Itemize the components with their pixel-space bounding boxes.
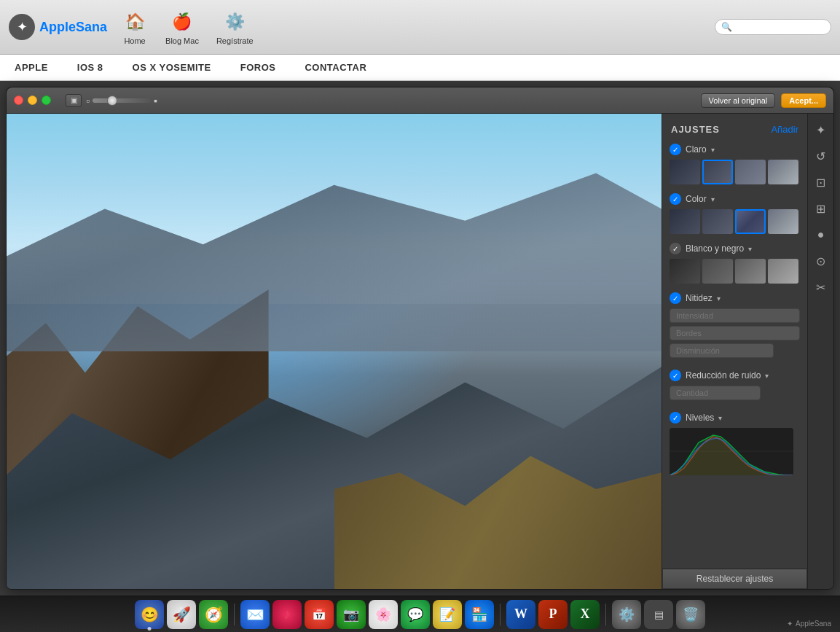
bnw-thumbnails [670,259,800,284]
dock-photos[interactable]: 🌸 [369,600,398,629]
add-adjustment-button[interactable]: Añadir [771,124,798,135]
claro-name[interactable]: Claro [686,144,707,155]
thumb-color-1[interactable] [670,209,700,234]
erase-button[interactable]: ✂ [811,277,831,297]
thumb-bnw-4[interactable] [768,259,798,284]
nav-foros[interactable]: FOROS [240,62,276,73]
top-nav-icons: 🏠 Home 🍎 Blog Mac ⚙️ Regístrate [122,9,254,45]
niveles-section: ✓ Niveles ▾ [662,409,807,484]
dock-launchpad[interactable]: 🚀 [167,600,196,629]
nitidez-check[interactable]: ✓ [670,292,681,304]
histogram [670,428,793,475]
nav-blog[interactable]: 🍎 Blog Mac [165,9,199,45]
volver-button[interactable]: Volver al original [701,93,776,108]
dock-appstore[interactable]: 🏪 [465,600,494,629]
adjustments-scroll[interactable]: AJUSTES Añadir ✓ Claro ▾ [662,114,807,569]
nitidez-name[interactable]: Nitidez [686,293,713,303]
aceptar-button[interactable]: Acept... [781,93,826,108]
nav-home[interactable]: 🏠 Home [122,9,148,45]
logo-icon: ✦ [9,14,35,40]
reset-button[interactable]: Restablecer ajustes [662,569,807,589]
dock-mail[interactable]: ✉️ [240,600,270,629]
traffic-lights [14,95,51,105]
dock-finder[interactable]: 😊 [135,600,164,629]
right-toolbar: ✦ ↺ ⊡ ⊞ ● ⊙ ✂ [807,114,833,589]
dock-separator-2 [500,604,501,625]
window-titlebar: ▣ ▫ ▪ Volver al original Acept... [7,87,833,114]
dock-safari[interactable]: 🧭 [199,600,228,629]
transform-button[interactable]: ⊞ [811,198,831,219]
niveles-dropdown-icon[interactable]: ▾ [718,414,722,422]
dock-excel[interactable]: X [570,600,600,629]
color-name[interactable]: Color [686,194,707,204]
bordes-row [670,326,800,340]
thumb-bnw-3[interactable] [735,259,766,284]
crop-button[interactable]: ⊡ [811,172,831,192]
color-section: ✓ Color ▾ [662,190,807,240]
thumb-claro-3[interactable] [735,160,766,184]
thumb-bnw-2[interactable] [702,259,733,284]
nav-register[interactable]: ⚙️ Regístrate [216,9,254,45]
bnw-dropdown-icon[interactable]: ▾ [748,245,752,253]
dock-messages[interactable]: 💬 [401,600,430,629]
color-dropdown-icon[interactable]: ▾ [711,195,715,203]
minimize-button[interactable] [28,95,37,105]
color-check[interactable]: ✓ [670,193,681,205]
photo-canvas [7,114,662,589]
close-button[interactable] [14,95,23,105]
thumb-color-4[interactable] [768,209,798,234]
nav-apple[interactable]: APPLE [15,62,48,73]
blog-label: Blog Mac [165,36,199,45]
bnw-name[interactable]: Blanco y negro [686,243,744,254]
claro-check[interactable]: ✓ [670,144,681,155]
dock-powerpoint[interactable]: P [538,600,568,629]
disminucion-input[interactable] [670,343,774,358]
search-input[interactable] [735,22,830,32]
nav-osx[interactable]: OS X YOSEMITE [133,62,211,73]
niveles-check[interactable]: ✓ [670,412,681,424]
thumb-claro-1[interactable] [670,160,700,184]
claro-header: ✓ Claro ▾ [670,144,800,155]
nav-ios8[interactable]: IOS 8 [77,62,103,73]
zoom-slider[interactable]: ▫ ▪ [86,95,157,106]
dock-facetime[interactable]: 📷 [337,600,366,629]
ruido-check[interactable]: ✓ [670,370,681,381]
nitidez-header: ✓ Nitidez ▾ [670,292,800,304]
dock-trash[interactable]: 🗑️ [676,600,705,629]
nitidez-dropdown-icon[interactable]: ▾ [717,294,721,303]
zoom-icon: ▫ [86,95,90,106]
thumb-bnw-1[interactable] [670,259,700,284]
filter-button[interactable]: ⊙ [811,251,831,271]
dock-notes[interactable]: 📝 [433,600,462,629]
dock-calendar[interactable]: 📅 [305,600,334,629]
intensidad-input[interactable] [670,308,800,323]
circle-tool-button[interactable]: ● [811,225,831,245]
thumb-color-2[interactable] [702,209,733,234]
dock-music[interactable]: ♪ [272,600,302,629]
cantidad-input[interactable] [670,386,761,400]
bordes-input[interactable] [670,326,800,340]
nitidez-section: ✓ Nitidez ▾ [662,289,807,367]
thumb-color-3[interactable] [735,209,766,234]
slider-track [93,98,151,103]
thumb-claro-4[interactable] [768,160,798,184]
magic-wand-button[interactable]: ✦ [811,120,831,140]
panel-toggle-button[interactable]: ▣ [66,94,82,107]
ruido-dropdown-icon[interactable]: ▾ [765,372,769,380]
bnw-check[interactable]: ✓ [670,243,681,254]
nav-contactar[interactable]: CONTACTAR [305,62,366,73]
claro-dropdown-icon[interactable]: ▾ [711,146,715,154]
dock-word[interactable]: W [506,600,535,629]
finder-badge [148,627,152,631]
dock-settings[interactable]: ⚙️ [612,600,641,629]
register-label: Regístrate [216,36,254,45]
niveles-name[interactable]: Niveles [686,413,714,423]
claro-section: ✓ Claro ▾ [662,141,807,190]
thumb-claro-2[interactable] [702,160,733,184]
ruido-name[interactable]: Reducción de ruido [686,370,761,381]
editor-body: AJUSTES Añadir ✓ Claro ▾ [7,114,833,589]
dock-extras[interactable]: ▤ [644,600,673,629]
search-bar[interactable]: 🔍 [715,19,831,35]
rotate-left-button[interactable]: ↺ [811,146,831,166]
maximize-button[interactable] [42,95,51,105]
